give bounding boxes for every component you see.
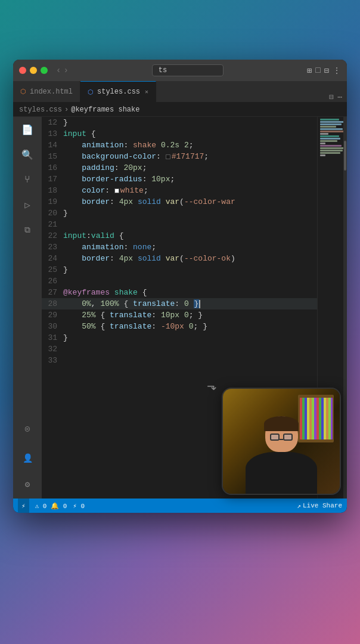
status-errors[interactable]: ⚠ 0 🔔 0: [35, 502, 67, 510]
code-line-21: 21: [42, 219, 317, 230]
line-content-26: [63, 275, 317, 287]
panel-icon[interactable]: ⊟: [324, 66, 329, 76]
sidebar-icons: 📄 🔍 ⑂ ▷ ⧉ ◎ 👤 ⚙: [13, 117, 42, 499]
webcam-background: [223, 389, 340, 494]
line-num-22: 22: [42, 230, 63, 242]
code-line-24: 24 border: 4px solid var(--color-ok): [42, 253, 317, 264]
line-content-12: }: [63, 117, 317, 128]
line-content-13: input {: [63, 128, 317, 140]
more-tabs-icon[interactable]: ⋯: [337, 92, 342, 102]
line-num-28: 28: [42, 298, 63, 309]
sidebar-icon-account[interactable]: 👤: [17, 447, 38, 469]
person-hair: [264, 416, 299, 431]
line-content-17: border-radius: 10px;: [63, 174, 317, 185]
line-content-21: [63, 219, 317, 230]
sidebar-icon-search[interactable]: 🔍: [17, 144, 38, 166]
tab-label-styles-css: styles.css: [97, 88, 140, 96]
tab-index-html[interactable]: ⬡ index.html: [13, 81, 80, 102]
live-share-icon: ↗: [297, 502, 301, 510]
split-editor-icon[interactable]: ⊟: [329, 92, 334, 102]
line-num-13: 13: [42, 128, 63, 140]
line-num-15: 15: [42, 151, 63, 162]
line-num-24: 24: [42, 253, 63, 264]
title-icons: ⊞ □ ⊟ ⋮: [307, 66, 341, 76]
back-arrow[interactable]: ‹: [56, 66, 61, 75]
code-line-25: 25 }: [42, 264, 317, 275]
code-line-29: 29 25% { translate: 10px 0; }: [42, 309, 317, 321]
person-glasses: [270, 433, 294, 440]
html-icon: ⬡: [20, 88, 26, 95]
code-line-19: 19 border: 4px solid var(--color-war: [42, 196, 317, 208]
line-num-14: 14: [42, 140, 63, 151]
code-line-22: 22 input:valid {: [42, 230, 317, 242]
maximize-button[interactable]: [41, 67, 48, 74]
status-remote[interactable]: ⚡: [18, 499, 29, 513]
code-line-18: 18 color: white;: [42, 185, 317, 196]
sidebar-icon-run[interactable]: ▷: [17, 194, 38, 216]
sidebar-icon-extensions[interactable]: ⧉: [17, 219, 38, 241]
status-live-share[interactable]: ↗ Live Share: [297, 502, 342, 510]
status-right: ↗ Live Share: [297, 502, 342, 510]
line-num-19: 19: [42, 196, 63, 208]
css-icon: ⬡: [88, 88, 94, 96]
line-content-24: border: 4px solid var(--color-ok): [63, 253, 317, 264]
line-num-33: 33: [42, 355, 63, 366]
breadcrumb: styles.css › @keyframes shake: [13, 103, 347, 117]
code-line-30: 30 50% { translate: -10px 0; }: [42, 321, 317, 332]
person-shoulders: [246, 452, 317, 494]
code-line-31: 31 }: [42, 332, 317, 343]
line-num-18: 18: [42, 185, 63, 196]
sidebar-icon-source-control[interactable]: ⑂: [17, 169, 38, 191]
person-head: [265, 416, 298, 452]
tab-styles-css[interactable]: ⬡ styles.css ✕: [80, 81, 156, 102]
vscode-window: ‹ › ts ⊞ □ ⊟ ⋮ ⬡ index.html ⬡ styles.css…: [13, 60, 347, 513]
line-num-29: 29: [42, 309, 63, 321]
breadcrumb-separator: ›: [64, 106, 69, 114]
code-line-15: 15 background-color: #171717;: [42, 151, 317, 162]
line-content-30: 50% { translate: -10px 0; }: [63, 321, 317, 332]
code-line-20: 20 }: [42, 208, 317, 219]
split-icon[interactable]: □: [315, 66, 320, 75]
line-content-15: background-color: #171717;: [63, 151, 317, 162]
forward-arrow[interactable]: ›: [63, 66, 68, 75]
line-num-12: 12: [42, 117, 63, 128]
title-search[interactable]: ts: [152, 64, 224, 76]
minimize-button[interactable]: [30, 67, 37, 74]
code-line-27: 27 @keyframes shake {: [42, 287, 317, 298]
line-num-27: 27: [42, 287, 63, 298]
sidebar-icon-remote[interactable]: ◎: [17, 417, 38, 439]
line-content-14: animation: shake 0.2s 2;: [63, 140, 317, 151]
tab-close-button[interactable]: ✕: [145, 88, 148, 95]
close-button[interactable]: [19, 67, 26, 74]
sidebar-icon-settings[interactable]: ⚙: [17, 473, 38, 495]
webcam-overlay: [222, 388, 341, 495]
sidebar-icon-explorer[interactable]: 📄: [17, 119, 38, 141]
glass-right: [283, 434, 293, 441]
search-bar: ts: [73, 64, 302, 76]
line-content-23: animation: none;: [63, 242, 317, 253]
breadcrumb-file: styles.css: [19, 106, 62, 114]
line-content-33: [63, 355, 317, 366]
title-bar: ‹ › ts ⊞ □ ⊟ ⋮: [13, 60, 347, 81]
line-content-28: 0%, 100% { translate: 0 }: [63, 298, 317, 309]
line-num-30: 30: [42, 321, 63, 332]
line-content-25: }: [63, 264, 317, 275]
arrow-indicator: ⬎: [207, 379, 217, 394]
line-num-17: 17: [42, 174, 63, 185]
code-line-17: 17 border-radius: 10px;: [42, 174, 317, 185]
line-num-23: 23: [42, 242, 63, 253]
person-figure: [246, 416, 317, 494]
line-num-16: 16: [42, 162, 63, 174]
status-warnings[interactable]: ⚡ 0: [73, 502, 85, 510]
glass-left: [270, 434, 280, 441]
traffic-lights: [19, 67, 48, 74]
layout-icon[interactable]: ⊞: [307, 66, 312, 76]
line-content-18: color: white;: [63, 185, 317, 196]
line-content-16: padding: 20px;: [63, 162, 317, 174]
more-icon[interactable]: ⋮: [333, 66, 341, 76]
code-lines: 12 } 13 input { 14 animation: shake 0.2s…: [42, 117, 317, 366]
code-line-13: 13 input {: [42, 128, 317, 140]
code-line-12: 12 }: [42, 117, 317, 128]
code-line-26: 26: [42, 275, 317, 287]
breadcrumb-section: @keyframes shake: [71, 106, 139, 114]
